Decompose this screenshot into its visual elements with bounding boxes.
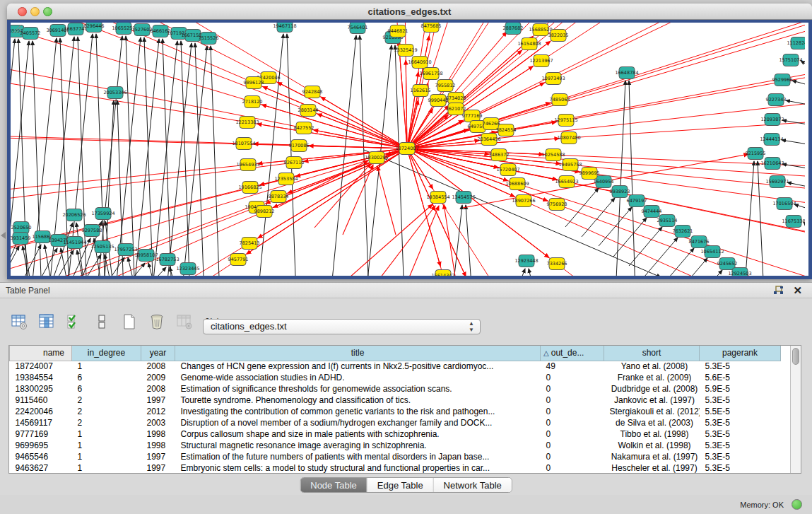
- table-cell[interactable]: 1997: [141, 451, 175, 462]
- column-header-title[interactable]: title: [175, 346, 541, 361]
- table-cell[interactable]: 1: [72, 428, 141, 440]
- float-panel-icon[interactable]: [773, 286, 784, 296]
- network-node[interactable]: 9446821: [388, 25, 408, 37]
- table-cell[interactable]: 9115460: [10, 395, 72, 406]
- network-node[interactable]: 16210643: [760, 158, 784, 170]
- network-node[interactable]: 2520650: [11, 222, 32, 234]
- network-node[interactable]: 17359924: [91, 208, 114, 220]
- network-node[interactable]: 6479197: [627, 195, 647, 207]
- network-node[interactable]: 9457791: [228, 254, 249, 266]
- network-node[interactable]: 7485063: [550, 94, 570, 106]
- network-node[interactable]: 2935114: [657, 215, 678, 227]
- network-node[interactable]: 3822035: [548, 30, 569, 42]
- table-cell[interactable]: Structural magnetic resonance image aver…: [175, 440, 541, 451]
- column-header-pagerank[interactable]: pagerank: [700, 346, 781, 361]
- network-node[interactable]: 8215955: [746, 148, 766, 160]
- table-cell[interactable]: 2003: [141, 417, 175, 428]
- network-node[interactable]: 15720407: [496, 164, 519, 176]
- network-node[interactable]: 9474444: [642, 206, 662, 218]
- network-node[interactable]: 15751074: [779, 54, 802, 66]
- column-header-out_de[interactable]: △out_de...: [541, 346, 604, 361]
- table-cell[interactable]: 0: [541, 428, 604, 440]
- network-node[interactable]: 12353584: [274, 173, 298, 185]
- table-row[interactable]: 1830029562008Estimation of significance …: [10, 383, 781, 395]
- table-row[interactable]: 1872400712008Changes of HCN gene express…: [10, 361, 781, 372]
- network-node[interactable]: 7486372: [489, 149, 510, 161]
- network-node[interactable]: 9529966: [772, 74, 793, 86]
- close-panel-icon[interactable]: ✕: [793, 284, 802, 297]
- network-node[interactable]: 12444134: [760, 134, 783, 146]
- network-node[interactable]: 6734028: [446, 93, 466, 105]
- table-cell[interactable]: de Silva et al. (2003): [604, 417, 700, 428]
- delete-table-icon[interactable]: [175, 313, 194, 331]
- network-node[interactable]: 16782753: [155, 254, 179, 266]
- network-canvas[interactable]: 1853105240557230691406166377408296446106…: [7, 20, 812, 279]
- table-cell[interactable]: 0: [541, 440, 604, 451]
- tab-node-table[interactable]: Node Table: [300, 478, 367, 492]
- network-node[interactable]: 10807480: [557, 132, 580, 144]
- table-cell[interactable]: Hescheler et al. (1997): [604, 462, 700, 474]
- table-cell[interactable]: Yano et al. (2008): [604, 361, 700, 372]
- table-cell[interactable]: 5.3E-5: [700, 395, 781, 406]
- table-cell[interactable]: 2: [72, 417, 141, 428]
- network-node[interactable]: 11128241: [787, 37, 805, 49]
- table-cell[interactable]: Estimation of significance thresholds fo…: [175, 383, 541, 395]
- table-cell[interactable]: Tibbo et al. (1998): [604, 428, 700, 440]
- table-selector-dropdown[interactable]: citations_edges.txt ▲▼: [203, 319, 481, 334]
- network-node[interactable]: 12923448: [514, 255, 538, 267]
- table-cell[interactable]: 2008: [141, 361, 175, 372]
- tab-network-table[interactable]: Network Table: [434, 478, 512, 492]
- network-node[interactable]: 18107554: [232, 138, 255, 150]
- table-settings-icon[interactable]: [10, 313, 28, 331]
- network-node[interactable]: 13454576: [452, 192, 475, 204]
- network-node[interactable]: 7825413: [240, 238, 260, 250]
- table-cell[interactable]: 1998: [141, 428, 175, 440]
- network-node[interactable]: 16654923: [555, 176, 578, 188]
- network-window-titlebar[interactable]: citations_edges.txt: [7, 4, 812, 20]
- network-node[interactable]: 13325419: [394, 45, 417, 57]
- network-node[interactable]: 9899695: [579, 168, 600, 180]
- table-cell[interactable]: Jankovic et al. (1997): [604, 395, 700, 406]
- table-cell[interactable]: 5.3E-5: [700, 462, 781, 474]
- table-scrollbar[interactable]: [790, 346, 801, 473]
- network-node[interactable]: 8938923: [610, 186, 630, 198]
- table-cell[interactable]: 0: [541, 417, 604, 428]
- table-cell[interactable]: 9699695: [10, 440, 72, 451]
- table-cell[interactable]: 0: [541, 406, 604, 417]
- network-node[interactable]: 9170086: [289, 140, 310, 152]
- table-cell[interactable]: 18300295: [10, 383, 72, 395]
- network-node[interactable]: 10688609: [505, 178, 529, 190]
- network-node[interactable]: 18907266: [512, 195, 535, 207]
- table-cell[interactable]: 1998: [141, 440, 175, 451]
- network-node[interactable]: 7515526: [199, 33, 219, 45]
- table-cell[interactable]: 0: [541, 383, 604, 395]
- table-row[interactable]: 946554611997Estimation of the future num…: [10, 451, 781, 462]
- node-table[interactable]: namein_degreeyeartitle△out_de...shortpag…: [8, 345, 801, 474]
- table-cell[interactable]: Dudbridge et al. (2008): [604, 383, 700, 395]
- network-node[interactable]: 9777169: [462, 110, 483, 122]
- table-cell[interactable]: Estimation of the future numbers of pati…: [175, 451, 541, 462]
- network-node[interactable]: 7334266: [547, 258, 567, 270]
- table-cell[interactable]: 19384554: [10, 372, 72, 383]
- network-node[interactable]: 3824554: [496, 124, 517, 136]
- column-visibility-icon[interactable]: [37, 313, 56, 331]
- table-row[interactable]: 1938455462009Genome-wide association stu…: [10, 372, 781, 383]
- network-node[interactable]: 19166825: [238, 182, 261, 194]
- network-node[interactable]: 19467118: [273, 23, 296, 33]
- table-cell[interactable]: 5.6E-5: [700, 372, 781, 383]
- table-cell[interactable]: 5.3E-5: [700, 428, 781, 440]
- network-node[interactable]: 9227343: [766, 94, 787, 106]
- table-cell[interactable]: 0: [541, 372, 604, 383]
- table-cell[interactable]: Investigating the contribution of common…: [175, 406, 541, 417]
- network-node[interactable]: 12323445: [176, 263, 199, 275]
- table-cell[interactable]: Embryonic stem cells: a model to study s…: [175, 462, 541, 474]
- network-node[interactable]: 9898212: [254, 206, 275, 218]
- table-cell[interactable]: 22420046: [10, 406, 72, 417]
- clear-selection-icon[interactable]: [93, 313, 111, 331]
- network-node[interactable]: 9896128: [244, 77, 264, 89]
- table-cell[interactable]: 2: [72, 406, 141, 417]
- table-cell[interactable]: Disruption of a novel member of a sodium…: [175, 417, 541, 428]
- table-cell[interactable]: Corpus callosum shape and size in male p…: [175, 428, 541, 440]
- table-cell[interactable]: Franke et al. (2009): [604, 372, 700, 383]
- network-node[interactable]: 2405572: [20, 28, 41, 40]
